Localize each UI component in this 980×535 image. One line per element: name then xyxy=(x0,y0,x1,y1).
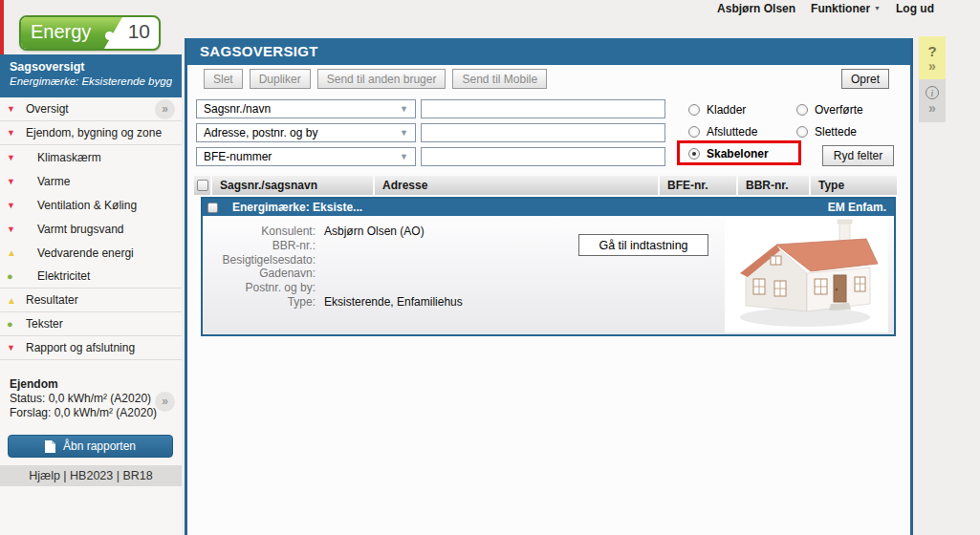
sidebar-item-oversigt[interactable]: ▼ Oversigt » xyxy=(0,97,182,121)
footer-link-br18[interactable]: BR18 xyxy=(113,469,152,482)
field-label: BBR-nr.: xyxy=(203,239,316,253)
radio-afsluttede[interactable]: Afsluttede xyxy=(688,120,796,142)
sidebar-item-label: Tekster xyxy=(26,317,63,331)
row-checkbox[interactable] xyxy=(207,203,218,213)
summary-title: Ejendom xyxy=(10,377,172,392)
radio-kladder[interactable]: Kladder xyxy=(688,98,796,120)
go-to-entry-button[interactable]: Gå til indtastning xyxy=(578,234,708,256)
open-report-label: Åbn rapporten xyxy=(63,439,136,453)
sidebar-item-label: Rapport og afslutning xyxy=(26,341,135,354)
circle-green-icon: ● xyxy=(7,318,24,330)
expand-help-icon[interactable]: » xyxy=(928,59,936,74)
radio-icon xyxy=(688,104,700,116)
footer-link-hjælp[interactable]: Hjælp xyxy=(29,469,60,482)
sidebar-nav: ▼ Oversigt » ▼ Ejendom, bygning og zone … xyxy=(0,97,182,360)
sidebar-item-rapport-og-afslutning[interactable]: ▼ Rapport og afslutning xyxy=(0,336,182,360)
sidebar-item-tekster[interactable]: ● Tekster xyxy=(0,312,182,336)
caret-down-icon: ▼ xyxy=(874,5,881,11)
field-label: Postnr. og by: xyxy=(203,281,316,295)
expand-summary-icon[interactable]: » xyxy=(155,392,175,412)
sidebar-item-label: Resultater xyxy=(26,293,78,307)
functions-menu[interactable]: Funktioner ▼ xyxy=(811,2,881,15)
filter-dropdown-3[interactable]: BFE-nummer ▼ xyxy=(196,147,416,166)
clear-fields-button[interactable]: Ryd felter xyxy=(822,145,894,166)
sidebar-item-label: Elektricitet xyxy=(37,269,90,283)
sidebar-item-label: Varme xyxy=(37,175,70,188)
top-accent-bar xyxy=(0,0,4,54)
page: Asbjørn Olsen Funktioner ▼ Log ud Energy… xyxy=(0,0,980,535)
highlight-box xyxy=(677,140,801,165)
triangle-down-red-icon: ▼ xyxy=(7,153,24,162)
filter-dropdown-1[interactable]: Sagsnr./navn ▼ xyxy=(196,99,416,118)
triangle-down-red-icon: ▼ xyxy=(7,201,24,210)
page-title: SAGSOVERSIGT xyxy=(187,38,910,65)
circle-green-icon: ● xyxy=(7,270,24,282)
field-value: Asbjørn Olsen (AO) xyxy=(324,225,425,239)
expand-info-icon[interactable]: » xyxy=(928,101,936,116)
dropdown-selected-label: Sagsnr./navn xyxy=(197,102,400,116)
app-logo: Energy 10 xyxy=(19,15,161,51)
sidebar-title: Sagsoversigt xyxy=(10,60,172,74)
case-card-body: Konsulent: Asbjørn Olsen (AO) BBR-nr.: B… xyxy=(203,216,894,334)
field-label: Type: xyxy=(203,295,316,310)
sidebar-item-elektricitet[interactable]: ● Elektricitet xyxy=(0,265,182,289)
case-field-row: Besigtigelsesdato: xyxy=(203,253,463,268)
footer-link-hb2023[interactable]: HB2023 xyxy=(60,469,113,482)
triangle-up-yellow-icon: ▲ xyxy=(7,247,24,258)
sidebar-item-varmt-brugsvand[interactable]: ▼ Varmt brugsvand xyxy=(0,217,182,241)
send-til-mobile-button[interactable]: Send til Mobile xyxy=(452,69,547,89)
sidebar-item-label: Oversigt xyxy=(26,102,69,116)
sidebar-item-ejendom-bygning-og-zone[interactable]: ▼ Ejendom, bygning og zone xyxy=(0,121,182,145)
expand-section-icon[interactable]: » xyxy=(155,99,175,119)
caret-down-icon: ▼ xyxy=(400,128,415,138)
field-label: Gadenavn: xyxy=(203,267,316,281)
column-header-adresse: Adresse xyxy=(375,176,660,195)
sidebar-item-label: Klimaskærm xyxy=(37,151,101,164)
case-card-header[interactable]: Energimærke: Eksiste... EM Enfam. xyxy=(203,199,894,216)
case-field-row: Gadenavn: xyxy=(203,267,463,281)
filter-input-3[interactable] xyxy=(421,147,665,166)
info-icon[interactable]: i xyxy=(926,86,939,99)
functions-menu-label: Funktioner xyxy=(811,2,870,15)
table-header: Sagsnr./sagsnavnAdresseBFE-nr.BBR-nr.Typ… xyxy=(194,176,897,195)
sidebar-footer: HjælpHB2023BR18 xyxy=(0,465,182,486)
sidebar: Sagsoversigt Energimærke: Eksisterende b… xyxy=(0,54,182,535)
document-icon xyxy=(45,440,55,453)
radio-overførte[interactable]: Overførte xyxy=(796,98,911,120)
create-button[interactable]: Opret xyxy=(841,69,889,89)
select-all-checkbox[interactable] xyxy=(197,180,208,191)
dropdown-selected-label: BFE-nummer xyxy=(197,150,400,163)
logo-dot-icon xyxy=(105,32,114,40)
case-field-row: BBR-nr.: xyxy=(203,239,463,253)
radio-icon xyxy=(796,126,808,138)
sidebar-item-klimaskærm[interactable]: ▼ Klimaskærm xyxy=(0,145,182,169)
dropdown-selected-label: Adresse, postnr. og by xyxy=(197,126,400,139)
sidebar-item-ventilation-køling[interactable]: ▼ Ventilation & Køling xyxy=(0,193,182,217)
summary-proposal-line: Forslag: 0,0 kWh/m² (A2020) xyxy=(10,406,172,420)
open-report-button[interactable]: Åbn rapporten xyxy=(8,435,173,458)
filter-input-2[interactable] xyxy=(421,123,665,142)
topbar: Asbjørn Olsen Funktioner ▼ Log ud xyxy=(717,0,934,16)
filter-input-1[interactable] xyxy=(421,99,665,118)
triangle-down-red-icon: ▼ xyxy=(7,343,24,353)
send-til-anden-bruger-button[interactable]: Send til anden bruger xyxy=(317,69,446,89)
sidebar-item-resultater[interactable]: ▲ Resultater xyxy=(0,289,182,312)
logout-link[interactable]: Log ud xyxy=(896,2,934,15)
sidebar-header: Sagsoversigt Energimærke: Eksisterende b… xyxy=(0,54,182,97)
help-icon[interactable]: ? xyxy=(927,43,936,59)
slet-button[interactable]: Slet xyxy=(204,69,243,89)
sidebar-item-varme[interactable]: ▼ Varme xyxy=(0,169,182,193)
field-label: Besigtigelsesdato: xyxy=(203,253,316,268)
sidebar-subtitle: Energimærke: Eksisterende bygg… xyxy=(10,75,172,87)
logo-version: 10 xyxy=(128,20,150,43)
filter-dropdown-2[interactable]: Adresse, postnr. og by ▼ xyxy=(196,123,416,142)
user-name: Asbjørn Olsen xyxy=(717,2,795,15)
field-label: Konsulent: xyxy=(203,225,316,239)
select-all-cell xyxy=(194,176,212,195)
caret-down-icon: ▼ xyxy=(400,152,415,161)
sidebar-item-label: Vedvarende energi xyxy=(37,246,134,260)
sidebar-summary: Ejendom Status: 0,0 kWh/m² (A2020) Forsl… xyxy=(0,360,182,420)
dupliker-button[interactable]: Dupliker xyxy=(250,69,311,89)
sidebar-item-vedvarende-energi[interactable]: ▲ Vedvarende energi xyxy=(0,241,182,265)
radio-slettede[interactable]: Slettede xyxy=(796,120,911,142)
